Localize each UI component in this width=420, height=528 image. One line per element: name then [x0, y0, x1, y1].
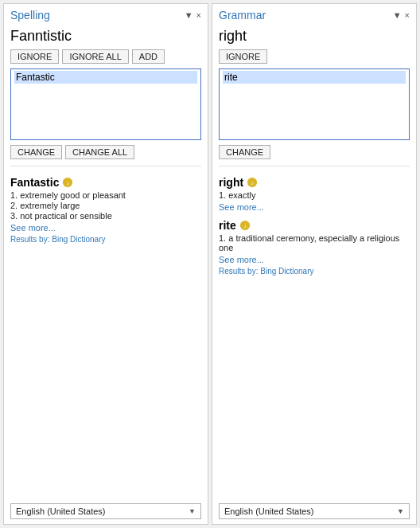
- grammar-results-by: Results by: Bing Dictionary: [219, 267, 410, 276]
- spelling-sound-icon[interactable]: ♪: [62, 177, 73, 188]
- spelling-title-bar: Spelling ▼ ×: [10, 9, 201, 22]
- grammar-sound-icon-right[interactable]: ♪: [247, 177, 258, 188]
- grammar-sound-icon-rite[interactable]: ♪: [239, 220, 251, 231]
- grammar-dictionary-section: right ♪ 1. exactly See more... rite: [219, 176, 410, 276]
- spelling-def-2: 2. extremely large: [10, 201, 201, 210]
- grammar-error-word: right: [219, 28, 410, 45]
- grammar-minimize-icon[interactable]: ▼: [393, 10, 402, 20]
- spelling-language-label: English (United States): [16, 506, 106, 516]
- grammar-dict-word-right: right ♪: [219, 176, 410, 189]
- grammar-action-buttons: IGNORE: [219, 49, 410, 64]
- spelling-divider: [10, 166, 201, 166]
- spelling-minimize-icon[interactable]: ▼: [185, 10, 193, 20]
- spelling-language-chevron-icon: ▼: [189, 507, 196, 515]
- grammar-definitions-right: 1. exactly: [219, 190, 410, 200]
- spelling-definitions: 1. extremely good or pleasant 2. extreme…: [10, 190, 201, 221]
- spelling-language-selector[interactable]: English (United States) ▼: [10, 503, 201, 519]
- spelling-suggestion-selected[interactable]: Fantastic: [14, 71, 197, 84]
- spelling-results-by: Results by: Bing Dictionary: [10, 235, 201, 244]
- spelling-ignore-all-button[interactable]: IGNORE ALL: [62, 49, 128, 64]
- grammar-close-icon[interactable]: ×: [405, 10, 410, 20]
- grammar-panel: Grammar ▼ × right IGNORE rite CHANGE rig…: [212, 3, 417, 525]
- spelling-change-all-button[interactable]: CHANGE ALL: [65, 145, 134, 159]
- svg-text:♪: ♪: [67, 180, 70, 187]
- grammar-language-label: English (United States): [224, 506, 314, 516]
- grammar-ignore-button[interactable]: IGNORE: [219, 49, 267, 64]
- grammar-suggestions-box[interactable]: rite: [219, 68, 410, 140]
- spelling-panel-controls: ▼ ×: [185, 10, 201, 20]
- grammar-language-selector[interactable]: English (United States) ▼: [219, 503, 410, 519]
- spelling-error-word: Fanntistic: [10, 28, 201, 45]
- spelling-change-buttons: CHANGE CHANGE ALL: [10, 145, 201, 159]
- grammar-def-right-1: 1. exactly: [219, 190, 410, 200]
- spelling-def-3: 3. not practical or sensible: [10, 211, 201, 221]
- spelling-ignore-button[interactable]: IGNORE: [10, 49, 59, 64]
- spelling-def-1: 1. extremely good or pleasant: [10, 190, 201, 200]
- grammar-see-more-right-link[interactable]: See more...: [219, 202, 264, 212]
- svg-text:♪: ♪: [251, 180, 254, 187]
- grammar-see-more-rite-link[interactable]: See more...: [219, 255, 264, 264]
- spelling-title: Spelling: [10, 9, 50, 22]
- grammar-change-buttons: CHANGE: [219, 145, 410, 159]
- spelling-change-button[interactable]: CHANGE: [10, 145, 62, 159]
- grammar-title-bar: Grammar ▼ ×: [219, 9, 410, 22]
- spelling-add-button[interactable]: ADD: [132, 49, 165, 64]
- spelling-panel: Spelling ▼ × Fanntistic IGNORE IGNORE AL…: [3, 3, 208, 525]
- spelling-dict-word: Fantastic ♪: [10, 176, 201, 189]
- grammar-suggestion-selected[interactable]: rite: [223, 71, 406, 84]
- spelling-dictionary-section: Fantastic ♪ 1. extremely good or pleasan…: [10, 176, 201, 244]
- svg-text:♪: ♪: [243, 223, 247, 230]
- grammar-panel-controls: ▼ ×: [393, 10, 410, 20]
- spelling-suggestions-box[interactable]: Fantastic: [10, 68, 201, 140]
- grammar-language-chevron-icon: ▼: [397, 507, 404, 515]
- spelling-action-buttons: IGNORE IGNORE ALL ADD: [10, 49, 201, 64]
- grammar-def-rite-1: 1. a traditional ceremony, especially a …: [219, 233, 410, 252]
- grammar-change-button[interactable]: CHANGE: [219, 145, 270, 159]
- grammar-title: Grammar: [219, 9, 266, 22]
- grammar-divider: [219, 166, 410, 166]
- spelling-close-icon[interactable]: ×: [196, 10, 201, 20]
- grammar-definitions-rite: 1. a traditional ceremony, especially a …: [219, 233, 410, 252]
- grammar-dict-word-rite: rite ♪: [219, 219, 410, 232]
- spelling-see-more-link[interactable]: See more...: [10, 223, 56, 233]
